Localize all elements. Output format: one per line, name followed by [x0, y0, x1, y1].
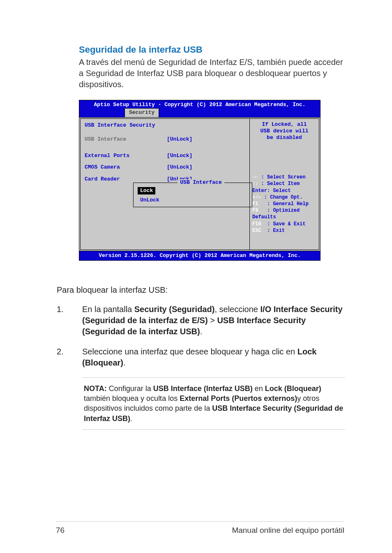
row-cmos-camera-label[interactable]: CMOS Camera — [85, 164, 167, 171]
note-label: NOTA: — [84, 384, 107, 393]
row-external-ports-value[interactable]: [UnLock] — [167, 153, 192, 159]
bios-popup-title: USB Interface — [158, 179, 244, 186]
section-heading: Seguridad de la interfaz USB — [79, 44, 344, 55]
help-line3: be disabled — [252, 134, 316, 141]
bios-tabrow: Security — [79, 108, 320, 117]
row-usb-interface-label[interactable]: USB Interface — [85, 136, 167, 143]
row-cmos-camera-value[interactable]: [UnLock] — [167, 164, 192, 171]
help-line2: USB device will — [252, 128, 316, 134]
step-1-text: En la pantalla Security (Seguridad), sel… — [82, 304, 344, 337]
step-2-text: Seleccione una interfaz que desee bloque… — [82, 346, 344, 368]
intro-paragraph: A través del menú de Seguridad de Interf… — [79, 57, 344, 90]
lock-intro: Para bloquear la interfaz USB: — [57, 285, 344, 295]
page-number: 76 — [56, 526, 65, 535]
popup-option-unlock[interactable]: UnLock — [138, 197, 162, 204]
step-number-1: 1. — [57, 304, 82, 337]
bios-section-title: USB Interface Security — [85, 122, 245, 129]
bios-screenshot: Aptio Setup Utility - Copyright (C) 2012… — [79, 100, 321, 261]
row-external-ports-label[interactable]: External Ports — [85, 153, 167, 159]
tab-security[interactable]: Security — [125, 108, 159, 117]
manual-title: Manual online del equipo portátil — [232, 526, 344, 535]
bios-titlebar: Aptio Setup Utility - Copyright (C) 2012… — [79, 100, 320, 108]
help-line1: If Locked, all — [252, 121, 316, 128]
bios-key-help: →← : Select Screen ↑↓ : Select Item Ente… — [252, 174, 316, 234]
bios-left-pane: USB Interface Security USB Interface [Un… — [80, 118, 249, 250]
row-card-reader-label[interactable]: Card Reader — [85, 176, 167, 183]
popup-option-lock[interactable]: Lock — [138, 187, 155, 194]
step-number-2: 2. — [57, 346, 82, 368]
page-footer: 76 Manual online del equipo portátil — [56, 521, 344, 535]
note-box: NOTA: Configurar la USB Interface (Inter… — [82, 377, 345, 430]
row-usb-interface-value[interactable]: [UnLock] — [167, 136, 192, 143]
bios-popup: USB Interface Lock UnLock — [133, 183, 252, 208]
bios-footer: Version 2.15.1226. Copyright (C) 2012 Am… — [79, 251, 320, 260]
steps-list: 1. En la pantalla Security (Seguridad), … — [57, 304, 344, 368]
bios-help-pane: If Locked, all USB device will be disabl… — [249, 118, 319, 250]
